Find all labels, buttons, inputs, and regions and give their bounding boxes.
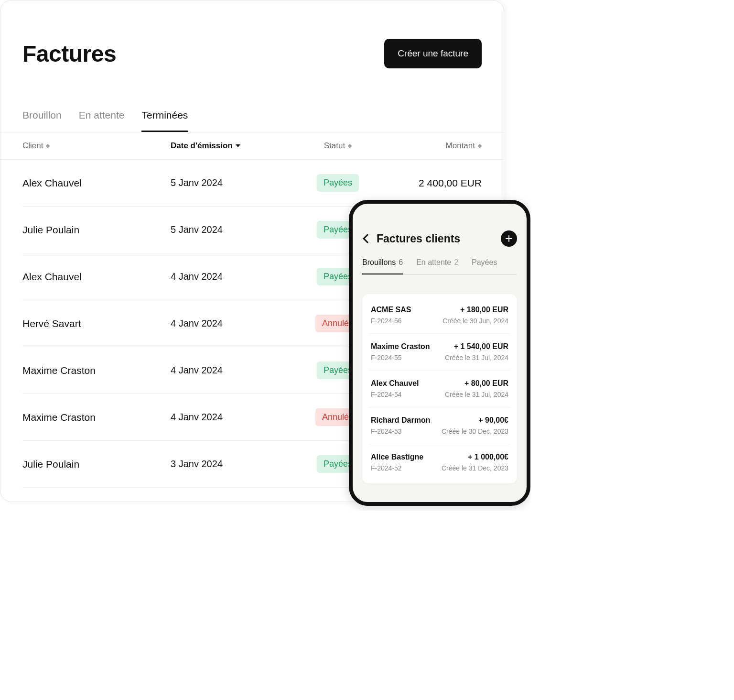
invoice-date: Créée le 30 Jun, 2024: [443, 317, 508, 325]
invoice-date: Créée le 31 Jul, 2024: [445, 354, 508, 361]
cell-date: 4 Janv 2024: [171, 318, 295, 329]
invoice-date: Créée le 31 Dec, 2023: [442, 464, 508, 472]
mobile-tabs: Brouillons 6 En attente 2 Payées: [362, 258, 517, 275]
cell-client: Maxime Craston: [22, 365, 171, 376]
invoice-client: Alice Bastigne: [371, 453, 423, 461]
invoice-amount: + 90,00€: [478, 416, 508, 425]
invoice-amount: + 180,00 EUR: [460, 306, 508, 314]
cell-date: 3 Janv 2024: [171, 459, 295, 470]
plus-icon: [505, 235, 513, 242]
mobile-invoice-list: ACME SAS+ 180,00 EURF-2024-56Créée le 30…: [362, 294, 517, 483]
sort-icon: [478, 144, 482, 148]
invoice-ref: F-2024-53: [371, 427, 402, 435]
invoice-ref: F-2024-54: [371, 391, 402, 398]
status-badge: Payées: [317, 174, 359, 192]
column-label: Client: [22, 141, 43, 151]
cell-date: 5 Janv 2024: [171, 224, 295, 235]
header: Factures Créer une facture: [0, 0, 504, 68]
tabs: Brouillon En attente Terminées: [0, 109, 504, 132]
mobile-tab-count: 2: [454, 258, 458, 268]
back-icon[interactable]: [363, 234, 372, 243]
invoice-ref: F-2024-55: [371, 354, 402, 361]
cell-date: 4 Janv 2024: [171, 412, 295, 423]
mobile-tab-count: 6: [399, 258, 403, 267]
mobile-tab-label: En attente: [416, 258, 451, 268]
mobile-tab-brouillons[interactable]: Brouillons 6: [362, 258, 403, 274]
mobile-tab-label: Brouillons: [362, 258, 396, 267]
mobile-tab-label: Payées: [472, 258, 497, 268]
invoice-date: Créée le 31 Jul, 2024: [445, 391, 508, 398]
mobile-page-title: Factures clients: [377, 232, 495, 245]
tab-brouillon[interactable]: Brouillon: [22, 109, 62, 132]
invoice-ref: F-2024-56: [371, 317, 402, 325]
table-header-row: Client Date d'émission Statut Montant: [0, 132, 504, 160]
cell-date: 4 Janv 2024: [171, 365, 295, 376]
cell-client: Alex Chauvel: [22, 177, 171, 189]
page-title: Factures: [22, 41, 116, 67]
cell-status: Payées: [295, 174, 381, 192]
column-label: Date d'émission: [171, 141, 233, 151]
mobile-content: Factures clients Brouillons 6 En attente…: [353, 204, 527, 502]
cell-date: 5 Janv 2024: [171, 177, 295, 188]
invoice-client: Alex Chauvel: [371, 379, 419, 388]
list-item[interactable]: Maxime Craston+ 1 540,00 EURF-2024-55Cré…: [369, 334, 510, 371]
mobile-invoices-panel: Factures clients Brouillons 6 En attente…: [349, 200, 530, 506]
create-invoice-button[interactable]: Créer une facture: [384, 39, 482, 68]
invoice-amount: + 80,00 EUR: [464, 379, 508, 388]
invoice-ref: F-2024-52: [371, 464, 402, 472]
invoice-amount: + 1 540,00 EUR: [454, 342, 508, 351]
cell-date: 4 Janv 2024: [171, 271, 295, 282]
invoice-amount: + 1 000,00€: [468, 453, 508, 461]
sort-icon: [348, 144, 352, 148]
invoice-client: Maxime Craston: [371, 342, 430, 351]
mobile-tab-payees[interactable]: Payées: [472, 258, 497, 274]
column-label: Statut: [324, 141, 345, 151]
invoice-date: Créée le 30 Dec, 2023: [442, 427, 508, 435]
mobile-tab-en-attente[interactable]: En attente 2: [416, 258, 458, 274]
cell-client: Alex Chauvel: [22, 271, 171, 283]
column-header-amount[interactable]: Montant: [381, 141, 482, 151]
list-item[interactable]: ACME SAS+ 180,00 EURF-2024-56Créée le 30…: [369, 297, 510, 334]
cell-amount: 2 400,00 EUR: [381, 177, 482, 189]
sort-down-icon: [236, 144, 240, 147]
column-header-date[interactable]: Date d'émission: [171, 141, 295, 151]
column-header-client[interactable]: Client: [22, 141, 171, 151]
mobile-header: Factures clients: [362, 230, 517, 247]
cell-client: Maxime Craston: [22, 412, 171, 423]
column-header-status[interactable]: Statut: [295, 141, 381, 151]
invoice-client: ACME SAS: [371, 306, 411, 314]
tab-terminees[interactable]: Terminées: [141, 109, 188, 132]
list-item[interactable]: Richard Darmon+ 90,00€F-2024-53Créée le …: [369, 407, 510, 444]
list-item[interactable]: Alex Chauvel+ 80,00 EURF-2024-54Créée le…: [369, 371, 510, 407]
column-label: Montant: [446, 141, 475, 151]
cell-client: Hervé Savart: [22, 318, 171, 329]
cell-client: Julie Poulain: [22, 459, 171, 470]
sort-icon: [46, 144, 50, 148]
invoice-client: Richard Darmon: [371, 416, 430, 425]
cell-client: Julie Poulain: [22, 224, 171, 236]
list-item[interactable]: Alice Bastigne+ 1 000,00€F-2024-52Créée …: [369, 444, 510, 481]
tab-en-attente[interactable]: En attente: [79, 109, 125, 132]
add-invoice-button[interactable]: [501, 230, 517, 247]
